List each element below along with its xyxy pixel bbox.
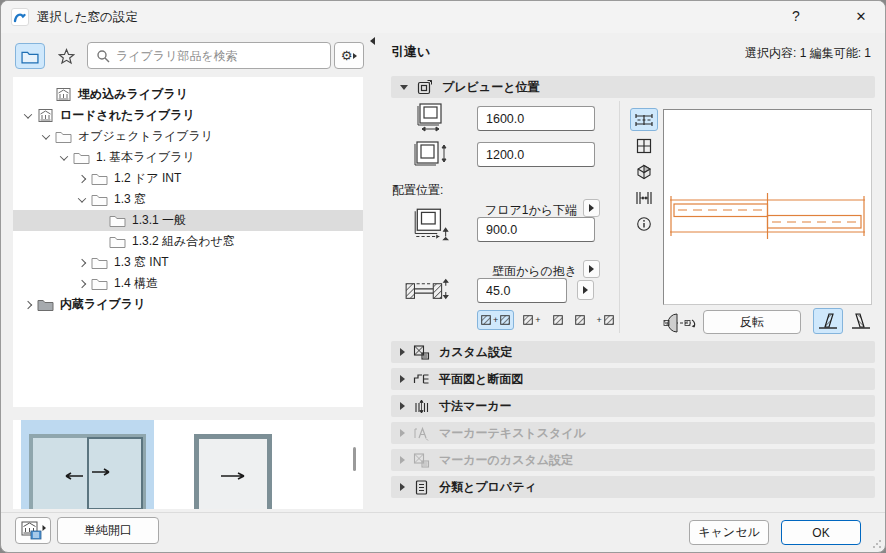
sill-anchor-flyout-button[interactable] — [583, 199, 600, 217]
3d-view-icon — [636, 164, 652, 180]
library-options-icon — [20, 520, 46, 542]
reveal-depth-icon — [403, 275, 451, 305]
tree-item-general-selected[interactable]: 1.3.1 一般 — [13, 210, 363, 231]
section-collapsed-icon — [400, 456, 405, 464]
reveal-side-toggle-right[interactable] — [846, 308, 876, 334]
folder-icon — [21, 49, 39, 64]
tree-item-door-int[interactable]: 1.2 ドア INT — [13, 168, 363, 189]
hatch-square-icon — [575, 315, 585, 325]
hatch-square-icon — [604, 315, 614, 325]
resize-grip[interactable] — [872, 539, 882, 549]
favorites-button[interactable] — [51, 43, 81, 69]
folder-view-button[interactable] — [15, 43, 45, 69]
section-classification-properties[interactable]: 分類とプロパティ — [391, 476, 875, 498]
info-button[interactable] — [630, 212, 658, 235]
app-logo-icon — [11, 8, 29, 26]
tree-item-window[interactable]: 1.3 窓 — [13, 189, 363, 210]
library-options-button[interactable] — [15, 517, 51, 544]
anchor-option-left[interactable] — [550, 310, 566, 330]
section-collapsed-icon — [400, 483, 405, 491]
elevation-view-button[interactable] — [630, 134, 658, 157]
anchor-option-left-plus[interactable]: + — [520, 310, 543, 330]
reveal-side-toggle-left[interactable] — [813, 308, 843, 334]
section-preview-position[interactable]: プレビューと位置 — [391, 76, 875, 98]
tree-item-basic-library[interactable]: 1. 基本ライブラリ — [13, 147, 363, 168]
search-input[interactable] — [116, 49, 330, 63]
anchor-option-right[interactable] — [572, 310, 588, 330]
folder-icon — [109, 213, 126, 228]
reveal-value-flyout-button[interactable] — [577, 280, 594, 300]
3d-view-button[interactable] — [630, 160, 658, 183]
sliding-window-thumbnail-image — [21, 432, 154, 509]
thumbnail-scrollbar[interactable] — [353, 447, 356, 471]
reveal-depth-input[interactable] — [477, 278, 567, 303]
gear-icon: ⚙ — [341, 48, 353, 63]
dialog-title: 選択した窓の設定 — [37, 9, 138, 26]
thumbnail-sliding-window-selected[interactable] — [21, 420, 154, 509]
sill-height-input[interactable] — [477, 217, 595, 242]
tree-item-loaded-libraries[interactable]: ロードされたライブラリ — [13, 105, 363, 126]
cancel-button[interactable]: キャンセル — [689, 520, 769, 545]
tree-item-window-int[interactable]: 1.3 窓 INT — [13, 252, 363, 273]
ok-button[interactable]: OK — [781, 520, 861, 545]
folder-icon — [109, 234, 126, 249]
reveal-flyout-button[interactable] — [583, 260, 600, 278]
star-icon — [58, 48, 75, 65]
window-settings-dialog: 選択した窓の設定 ? ✕ ⚙ 埋め込みライブラリ ロードされたライブラリ — [0, 0, 886, 553]
section-view-icon — [635, 191, 653, 205]
folder-icon — [55, 129, 72, 144]
tree-item-object-library[interactable]: オブジェクトライブラリ — [13, 126, 363, 147]
tree-item-builtin-library[interactable]: 内蔵ライブラリ — [13, 294, 363, 315]
section-plan-and-section[interactable]: 平面図と断面図 — [391, 368, 875, 390]
preview-position-icon — [416, 79, 433, 96]
folder-icon — [91, 192, 108, 207]
library-icon — [37, 108, 54, 123]
chevron-down-icon — [24, 110, 32, 118]
info-icon — [636, 216, 652, 232]
selected-object-name: 引違い — [391, 43, 430, 61]
preview-canvas[interactable] — [663, 109, 872, 305]
tree-item-structure[interactable]: 1.4 構造 — [13, 273, 363, 294]
folder-icon — [91, 255, 108, 270]
anchor-option-both-selected[interactable]: + — [477, 310, 514, 330]
sliding-window-plan-drawing — [664, 110, 871, 304]
width-input[interactable] — [477, 106, 595, 131]
thumbnail-single-sliding-window[interactable] — [186, 420, 312, 509]
chevron-right-icon — [24, 300, 32, 308]
close-button[interactable]: ✕ — [837, 1, 885, 32]
collapse-left-panel-handle[interactable] — [370, 37, 375, 45]
title-bar: 選択した窓の設定 ? ✕ — [1, 1, 885, 33]
tree-item-embedded-library[interactable]: 埋め込みライブラリ — [13, 84, 363, 105]
anchor-option-right-plus[interactable]: + — [594, 310, 617, 330]
section-collapsed-icon — [400, 348, 405, 356]
placement-label: 配置位置: — [392, 182, 443, 199]
anchor-options-row: + + + — [477, 310, 617, 330]
caret-right-icon — [583, 286, 588, 294]
height-input[interactable] — [477, 142, 595, 167]
plan-view-icon — [634, 113, 654, 127]
custom-settings-icon — [413, 452, 430, 469]
tree-item-combined-window[interactable]: 1.3.2 組み合わせ窓 — [13, 231, 363, 252]
section-marker-text-style: マーカーテキストスタイル — [391, 422, 875, 444]
simple-opening-button[interactable]: 単純開口 — [57, 517, 159, 544]
folder-icon — [37, 297, 54, 312]
caret-right-icon — [353, 53, 357, 59]
section-dimension-marker[interactable]: 寸法マーカー — [391, 395, 875, 417]
search-settings-button[interactable]: ⚙ — [334, 42, 364, 69]
help-button[interactable]: ? — [773, 1, 819, 32]
section-marker-custom-settings: マーカーのカスタム設定 — [391, 449, 875, 471]
sill-height-icon — [411, 207, 453, 243]
library-search — [87, 42, 331, 69]
section-custom-settings[interactable]: カスタム設定 — [391, 341, 875, 363]
window-width-icon — [413, 102, 449, 132]
library-tree: 埋め込みライブラリ ロードされたライブラリ オブジェクトライブラリ 1. 基本ラ… — [13, 77, 363, 407]
bottom-separator — [1, 512, 886, 513]
flip-button[interactable]: 反転 — [703, 310, 801, 334]
plan-view-button[interactable] — [630, 108, 658, 131]
hatch-square-icon — [553, 315, 563, 325]
section-view-button[interactable] — [630, 186, 658, 209]
folder-icon — [91, 171, 108, 186]
section-collapsed-icon — [400, 429, 405, 437]
search-icon — [96, 49, 110, 63]
text-style-icon — [413, 425, 430, 442]
